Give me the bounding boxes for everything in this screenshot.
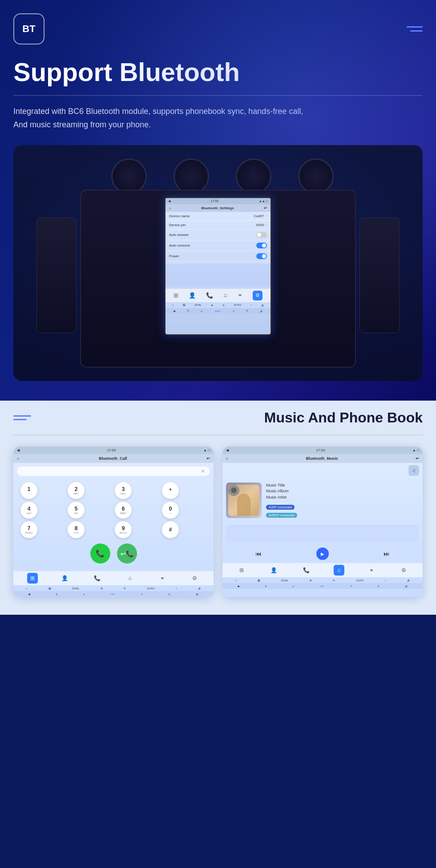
avrcp-badge: AVRCP connected <box>266 513 297 518</box>
dial-key-7[interactable]: 7 PQRS <box>20 521 37 538</box>
call-phone-icon[interactable]: 📞 <box>92 573 103 584</box>
call-link-icon[interactable]: ⚭ <box>157 573 168 584</box>
music-info: Music Title Music Album Music Artist A2D… <box>266 483 419 519</box>
page-title: Support Bluetooth <box>13 58 423 86</box>
description: Integrated with BC6 Bluetooth module, su… <box>13 105 423 132</box>
next-track-button[interactable]: ⏭ <box>384 550 390 557</box>
music-screen: ◀ 17:53 ▲ □ ⌂ Bluetooth_Music ↩ ♫ <box>222 446 423 597</box>
link-icon[interactable]: ⚭ <box>238 292 242 299</box>
music-phone-icon[interactable]: 📞 <box>301 565 312 576</box>
music-settings-icon[interactable]: ⚙ <box>399 565 409 576</box>
dial-key-8[interactable]: 8 TUV <box>68 521 85 538</box>
bottom-divider <box>13 435 423 435</box>
dial-grid: 1 — 2 ABC 3 DEF * 4 <box>17 480 210 540</box>
dial-key-4[interactable]: 4 GHI <box>20 502 37 519</box>
auto-connect-toggle[interactable] <box>256 243 267 248</box>
call-contacts-icon[interactable]: 👤 <box>60 573 70 584</box>
auto-answer-toggle[interactable] <box>256 232 267 238</box>
music-climate-bar: ⌂⏻DUAL❄↻AUTO↕🔊 <box>222 577 423 583</box>
menu-line-bottom <box>410 30 423 32</box>
dial-key-6[interactable]: 6 MNO <box>115 502 132 519</box>
prev-track-button[interactable]: ⏮ <box>255 550 262 557</box>
music-album-area: Music Title Music Album Music Artist A2D… <box>222 478 423 523</box>
a2dp-badge: A2DP connected <box>266 505 295 510</box>
bottom-header: Music And Phone Book <box>13 410 423 426</box>
call-screen: ◀ 17:53 ▲ □ ⌂ Bluetooth_Call ↩ ✕ 1 <box>13 446 214 597</box>
music-contacts-icon[interactable]: 👤 <box>269 565 279 576</box>
music-note-btn[interactable]: ♫ <box>408 465 419 476</box>
music-climate-bar2: ◀0↙━━↗0🔊 <box>222 583 423 589</box>
header-section: BT Support Bluetooth Integrated with BC6… <box>0 0 436 401</box>
bottom-menu-icon <box>13 415 31 420</box>
dial-key-star[interactable]: * <box>162 482 179 499</box>
redial-button[interactable]: ↩📞 <box>117 544 137 564</box>
screens-row: ◀ 17:53 ▲ □ ⌂ Bluetooth_Call ↩ ✕ 1 <box>13 446 423 597</box>
apps-icon[interactable]: ⊞ <box>174 292 178 299</box>
dial-key-2[interactable]: 2 ABC <box>68 482 85 499</box>
bottom-menu-line-bottom <box>13 419 27 420</box>
car-display: ◀ 17:53 ▲▲ □ ⌂ Bluetooth_Settings ↩ <box>13 145 423 381</box>
bottom-section: Music And Phone Book ◀ 17:53 ▲ □ ⌂ Bluet… <box>0 392 436 615</box>
bottom-menu-line-top <box>13 415 31 417</box>
call-buttons: 📞 ↩📞 <box>17 540 210 567</box>
music-link-icon[interactable]: ⚭ <box>366 565 377 576</box>
bt-settings-icon[interactable]: ⚙ <box>255 292 260 298</box>
dial-key-hash[interactable]: # <box>162 521 179 538</box>
menu-icon[interactable] <box>407 26 423 32</box>
music-icon[interactable]: ♫ <box>223 292 228 299</box>
car-background: ◀ 17:53 ▲▲ □ ⌂ Bluetooth_Settings ↩ <box>13 145 423 381</box>
dial-key-9[interactable]: 9 WXYZ <box>115 521 132 538</box>
play-button[interactable]: ▶ <box>316 548 329 560</box>
call-status-bar: ◀ 17:53 ▲ □ <box>13 446 214 454</box>
call-search-bar[interactable]: ✕ <box>17 466 210 476</box>
power-toggle[interactable] <box>256 253 267 259</box>
music-nav-bar: ⌂ Bluetooth_Music ↩ <box>222 454 423 463</box>
call-nav-bar: ⌂ Bluetooth_Call ↩ <box>13 454 214 463</box>
call-music-icon[interactable]: ♫ <box>125 573 135 584</box>
call-content: ✕ 1 — 2 ABC 3 DEF <box>13 463 214 571</box>
dial-key-3[interactable]: 3 DEF <box>115 482 132 499</box>
call-climate-bar2: ◀0↙━━↗0🔊 <box>13 591 214 597</box>
call-apps-icon[interactable]: ⊞ <box>27 573 38 584</box>
music-status-bar: ◀ 17:53 ▲ □ <box>222 446 423 454</box>
music-bottom-nav: ⊞ 👤 📞 ♫ ⚭ ⚙ <box>222 563 423 577</box>
phone-icon[interactable]: 📞 <box>206 292 213 299</box>
dial-key-5[interactable]: 5 JKL <box>68 502 85 519</box>
dial-key-1[interactable]: 1 — <box>20 482 37 499</box>
call-settings-icon[interactable]: ⚙ <box>190 573 200 584</box>
bt-logo: BT <box>13 13 44 45</box>
contacts-icon[interactable]: 👤 <box>189 292 196 299</box>
call-bottom-nav: ⊞ 👤 📞 ♫ ⚭ ⚙ <box>13 571 214 585</box>
title-divider <box>13 95 423 96</box>
menu-line-top <box>407 26 423 28</box>
music-controls: ⏮ ▶ ⏭ <box>222 545 423 563</box>
call-climate-bar: ⌂⏻DUAL❄↻AUTO↕🔊 <box>13 585 214 591</box>
call-button[interactable]: 📞 <box>90 544 110 564</box>
dial-key-0[interactable]: 0 + <box>162 502 179 519</box>
top-bar: BT <box>13 13 423 45</box>
music-music-icon[interactable]: ♫ <box>334 565 344 576</box>
music-apps-icon[interactable]: ⊞ <box>236 565 247 576</box>
bottom-title: Music And Phone Book <box>40 410 423 426</box>
album-art <box>226 483 262 518</box>
